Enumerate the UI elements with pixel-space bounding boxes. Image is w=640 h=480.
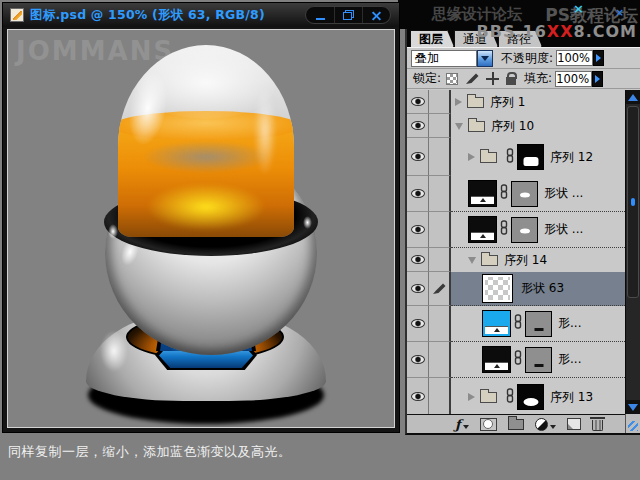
layer-row[interactable]: 形状 ... — [407, 212, 625, 248]
layer-row-content[interactable]: 序列 14 — [451, 248, 625, 272]
layer-thumbnail[interactable] — [468, 180, 497, 207]
panel-resize-grip[interactable] — [625, 414, 640, 433]
layer-row[interactable]: 序列 13 — [407, 378, 625, 414]
screenshot-stage: 思缘设计论坛 PS教程论坛 × × BBS.16XX8.COM 图标.psd @… — [0, 0, 640, 480]
fill-label: 填充: — [524, 70, 552, 87]
minimize-button[interactable] — [306, 6, 334, 24]
opacity-value-field[interactable]: 100% — [556, 50, 593, 66]
layer-name: 序列 13 — [550, 389, 593, 406]
scroll-up-button[interactable] — [626, 90, 640, 104]
expander-expanded-icon[interactable] — [455, 123, 463, 130]
adjustment-layer-button[interactable] — [535, 418, 556, 431]
tab-layers[interactable]: 图层 — [410, 30, 454, 47]
layer-mask-thumbnail[interactable] — [517, 144, 544, 170]
lock-paint-icon[interactable] — [465, 73, 479, 85]
link-cell[interactable] — [429, 176, 451, 212]
tab-channels[interactable]: 通道 — [454, 30, 498, 47]
layer-row-selected[interactable]: 形状 63 — [407, 272, 625, 306]
layer-row-content[interactable]: 形... — [451, 342, 625, 378]
visibility-toggle[interactable] — [407, 248, 429, 272]
tutorial-caption: 同样复制一层，缩小，添加蓝色渐变以及高光。 — [8, 443, 292, 461]
eye-icon — [411, 97, 425, 106]
vector-mask-thumbnail[interactable] — [511, 181, 538, 207]
folder-icon — [468, 121, 485, 132]
tab-paths[interactable]: 路径 — [498, 30, 542, 47]
visibility-toggle[interactable] — [407, 272, 429, 306]
opacity-slider-button[interactable] — [593, 50, 604, 66]
blend-mode-value[interactable]: 叠加 — [411, 50, 477, 67]
vector-mask-thumbnail[interactable] — [525, 347, 552, 373]
layer-row[interactable]: 序列 10 — [407, 114, 625, 138]
lock-all-icon[interactable] — [506, 77, 516, 85]
restore-icon — [343, 10, 354, 20]
layer-row-content[interactable]: 序列 12 — [451, 138, 625, 176]
layer-row[interactable]: 序列 12 — [407, 138, 625, 176]
chevron-down-icon — [481, 56, 489, 61]
link-cell[interactable] — [429, 378, 451, 414]
expander-expanded-icon[interactable] — [468, 257, 476, 264]
link-cell[interactable] — [429, 212, 451, 248]
close-button[interactable] — [362, 6, 390, 24]
layer-thumbnail-transparent[interactable] — [482, 274, 513, 303]
layer-thumbnail[interactable] — [482, 346, 511, 373]
expander-collapsed-icon[interactable] — [455, 98, 462, 106]
visibility-toggle[interactable] — [407, 90, 429, 114]
layer-style-button[interactable]: ƒ — [455, 417, 469, 432]
folder-icon — [481, 255, 498, 266]
layer-mask-thumbnail[interactable] — [517, 384, 544, 410]
link-cell[interactable] — [429, 248, 451, 272]
delete-layer-button[interactable] — [592, 417, 603, 431]
visibility-toggle[interactable] — [407, 176, 429, 212]
expander-collapsed-icon[interactable] — [468, 153, 475, 161]
new-layer-button[interactable] — [567, 418, 581, 430]
layer-row[interactable]: 形状 ... — [407, 176, 625, 212]
layer-row-content[interactable]: 序列 10 — [451, 114, 625, 138]
orb-glass-dome — [118, 45, 294, 237]
layer-row[interactable]: 形... — [407, 342, 625, 378]
layer-name: 序列 10 — [491, 118, 534, 135]
link-cell[interactable] — [429, 114, 451, 138]
new-group-button[interactable] — [508, 419, 524, 430]
link-icon — [506, 148, 514, 167]
layer-row-content[interactable]: 形状 63 — [451, 272, 625, 306]
link-cell[interactable] — [429, 342, 451, 378]
layer-row[interactable]: 序列 14 — [407, 248, 625, 272]
layer-row-content[interactable]: 形状 ... — [451, 176, 625, 212]
layer-row-content[interactable]: 形... — [451, 306, 625, 342]
document-titlebar[interactable]: 图标.psd @ 150% (形状 63, RGB/8) — [3, 3, 399, 27]
layer-thumbnail-blue[interactable] — [482, 310, 511, 337]
fill-slider-button[interactable] — [592, 71, 603, 87]
link-cell[interactable] — [429, 306, 451, 342]
fill-value-field[interactable]: 100% — [555, 71, 592, 87]
blend-mode-select[interactable]: 叠加 — [411, 50, 493, 67]
visibility-toggle[interactable] — [407, 212, 429, 248]
vector-mask-thumbnail[interactable] — [525, 311, 552, 337]
canvas-area[interactable]: JOMMANS — [7, 29, 395, 428]
visibility-toggle[interactable] — [407, 114, 429, 138]
layer-thumbnail[interactable] — [468, 216, 497, 243]
panel-scrollbar[interactable] — [625, 90, 640, 414]
link-cell[interactable] — [429, 90, 451, 114]
layer-row-content[interactable]: 序列 13 — [451, 378, 625, 414]
active-paint-cell[interactable] — [429, 272, 451, 306]
layer-row-content[interactable]: 序列 1 — [451, 90, 625, 114]
expander-collapsed-icon[interactable] — [468, 393, 475, 401]
blend-mode-dropdown-button[interactable] — [477, 50, 493, 67]
add-layer-mask-button[interactable] — [480, 418, 497, 431]
visibility-toggle[interactable] — [407, 342, 429, 378]
lock-transparency-icon[interactable] — [446, 73, 458, 85]
link-cell[interactable] — [429, 138, 451, 176]
lock-position-icon[interactable] — [486, 72, 499, 85]
vector-mask-thumbnail[interactable] — [511, 217, 538, 243]
restore-button[interactable] — [334, 6, 362, 24]
layer-row[interactable]: 形... — [407, 306, 625, 342]
window-controls — [305, 6, 391, 24]
visibility-toggle[interactable] — [407, 306, 429, 342]
scrollbar-thumb[interactable] — [627, 106, 639, 298]
eye-icon — [411, 189, 425, 198]
visibility-toggle[interactable] — [407, 378, 429, 414]
layer-row-content[interactable]: 形状 ... — [451, 212, 625, 248]
visibility-toggle[interactable] — [407, 138, 429, 176]
layer-row[interactable]: 序列 1 — [407, 90, 625, 114]
scroll-down-button[interactable] — [626, 400, 640, 414]
